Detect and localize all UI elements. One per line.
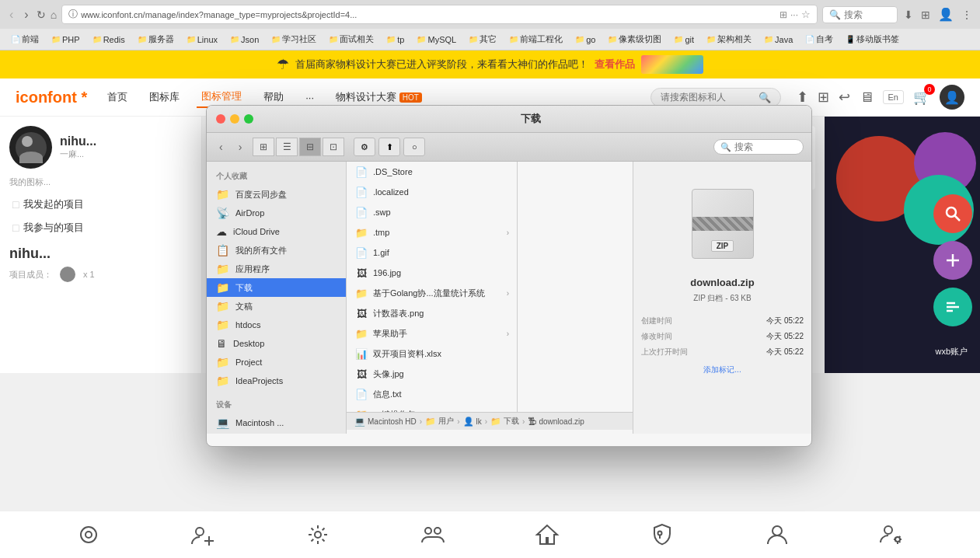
header-search-input[interactable] xyxy=(661,92,754,103)
dock-item-home[interactable] xyxy=(530,518,564,552)
sidebar-item-baidu[interactable]: 📁 百度云同步盘 xyxy=(207,185,346,204)
file-item-swp[interactable]: 📄 .swp xyxy=(347,202,517,222)
file-item-avatar[interactable]: 🖼 头像.jpg xyxy=(347,364,517,384)
download-icon[interactable]: ⬇ xyxy=(902,7,915,23)
sidebar-item-documents[interactable]: 📁 文稿 xyxy=(207,297,346,316)
path-item-downloads[interactable]: 📁 下载 xyxy=(490,416,519,427)
finder-forward-btn[interactable]: › xyxy=(234,139,247,155)
file-item-golang[interactable]: 📁 基于Golang协...流量统计系统 › xyxy=(347,283,517,303)
close-button[interactable] xyxy=(216,114,225,124)
dock-item-settings1[interactable] xyxy=(71,518,106,552)
nav-icon-library[interactable]: 图标库 xyxy=(145,87,184,107)
bookmark-json[interactable]: 📁 Json xyxy=(225,33,263,46)
sidebar-item-project[interactable]: 📁 Project xyxy=(207,353,346,371)
sidebar-item-my-projects[interactable]: □ 我发起的项目 xyxy=(9,193,192,216)
search-input[interactable] xyxy=(844,9,891,20)
path-item-macintosh[interactable]: 💻 Macintosh HD xyxy=(354,417,417,427)
forward-button[interactable]: › xyxy=(21,6,31,23)
bookmark-go[interactable]: 📁 go xyxy=(570,33,600,46)
bookmark-java[interactable]: 📁 Java xyxy=(759,33,797,46)
sidebar-item-apps[interactable]: 📁 应用程序 xyxy=(207,260,346,278)
bookmark-pixel[interactable]: 📁 像素级切图 xyxy=(603,32,666,47)
sort-btn[interactable]: ⚙ xyxy=(354,138,375,156)
dock-item-group[interactable] xyxy=(416,518,450,552)
file-item-localized[interactable]: 📄 .localized xyxy=(347,182,517,202)
profile-btn[interactable]: 👤 xyxy=(936,5,955,23)
home-button[interactable]: ⌂ xyxy=(51,9,57,21)
bookmark-php[interactable]: 📁 PHP xyxy=(47,33,85,46)
file-item-calculator[interactable]: 🖼 计数器表.png xyxy=(347,303,517,323)
browser-search-box[interactable]: 🔍 xyxy=(822,6,898,23)
finder-search-box[interactable]: 🔍 xyxy=(713,139,804,155)
dock-item-security[interactable] xyxy=(645,518,679,552)
file-item-xlsx[interactable]: 📊 双开项目资料.xlsx xyxy=(347,344,517,364)
sidebar-item-macintosh[interactable]: 💻 Macintosh ... xyxy=(207,413,346,432)
file-item-onekey[interactable]: 📁 一键操作包 › xyxy=(347,404,517,412)
dock-item-person[interactable] xyxy=(760,518,794,552)
sidebar-item-desktop[interactable]: 🖥 Desktop xyxy=(207,334,346,353)
sidebar-item-all-files[interactable]: 📋 我的所有文件 xyxy=(207,241,346,260)
bookmark-interview[interactable]: 📁 面试相关 xyxy=(324,32,378,47)
list-view-btn[interactable]: ☰ xyxy=(276,138,298,156)
file-item-tmp[interactable]: 📁 .tmp › xyxy=(347,222,517,242)
dock-item-person-settings[interactable] xyxy=(874,518,909,552)
site-logo[interactable]: iconfont * xyxy=(16,89,87,106)
nav-home[interactable]: 首页 xyxy=(103,87,132,107)
file-item-ds[interactable]: 📄 .DS_Store xyxy=(347,162,517,182)
share-btn[interactable]: ↩ xyxy=(839,89,850,106)
bookmark-server[interactable]: 📁 服务器 xyxy=(133,32,179,47)
back-button[interactable]: ‹ xyxy=(6,6,16,23)
path-item-zip[interactable]: 🗜 download.zip xyxy=(528,417,584,426)
dock-item-user-add[interactable] xyxy=(186,518,220,552)
path-item-lk[interactable]: 👤 lk xyxy=(463,417,482,427)
dock-item-gear[interactable] xyxy=(301,518,335,552)
grid-btn[interactable]: ⊞ xyxy=(818,89,829,106)
finder-search-input[interactable] xyxy=(734,141,797,152)
sidebar-item-airdrop[interactable]: 📡 AirDrop xyxy=(207,204,346,222)
more-options-btn[interactable]: ⋮ xyxy=(960,7,974,23)
sidebar-item-icloud[interactable]: ☁ iCloud Drive xyxy=(207,222,346,241)
upload-btn[interactable]: ⬆ xyxy=(797,89,808,106)
bookmark-other[interactable]: 📁 其它 xyxy=(464,32,501,47)
user-avatar-btn[interactable]: 👤 xyxy=(940,85,964,110)
sidebar-item-joined-projects[interactable]: □ 我参与的项目 xyxy=(9,216,192,239)
sidebar-item-downloads[interactable]: 📁 下载 xyxy=(207,278,346,297)
file-item-info[interactable]: 📄 信息.txt xyxy=(347,384,517,404)
sidebar-item-htdocs[interactable]: 📁 htdocs xyxy=(207,316,346,334)
icon-view-btn[interactable]: ⊞ xyxy=(253,138,274,156)
bookmark-mysql[interactable]: 📁 MySQL xyxy=(412,33,461,46)
bookmark-study[interactable]: 📁 学习社区 xyxy=(267,32,321,47)
file-item-196jpg[interactable]: 🖼 196.jpg xyxy=(347,263,517,283)
rs-icon-search[interactable] xyxy=(933,194,972,233)
rs-icon-add[interactable] xyxy=(933,241,972,280)
monitor-btn[interactable]: 🖥 xyxy=(860,89,874,106)
add-tag-btn[interactable]: 添加标记... xyxy=(703,364,741,375)
bookmark-arch[interactable]: 📁 架构相关 xyxy=(702,32,756,47)
lang-btn[interactable]: En xyxy=(883,90,904,104)
rs-icon-sort[interactable] xyxy=(933,288,972,326)
bookmark-linux[interactable]: 📁 Linux xyxy=(182,33,222,46)
bookmark-git[interactable]: 📁 git xyxy=(669,33,699,46)
url-bar[interactable]: ⓘ www.iconfont.cn/manage/index?manage_ty… xyxy=(61,5,818,24)
bookmark-redis[interactable]: 📁 Redis xyxy=(88,33,130,46)
bookmark-qianduan[interactable]: 📄 前端 xyxy=(6,32,44,47)
sidebar-item-remote-disc[interactable]: 💿 远程光盘 xyxy=(207,432,346,434)
file-item-1gif[interactable]: 📄 1.gif xyxy=(347,242,517,263)
nav-dots[interactable]: ··· xyxy=(301,89,319,106)
column-view-btn[interactable]: ⊟ xyxy=(299,138,321,156)
share-btn[interactable]: ⬆ xyxy=(378,138,400,156)
banner-link[interactable]: 查看作品 xyxy=(595,58,635,71)
bookmark-tp[interactable]: 📁 tp xyxy=(382,33,409,46)
path-item-users[interactable]: 📁 用户 xyxy=(425,416,454,427)
tag-btn[interactable]: ○ xyxy=(403,138,425,156)
extensions-btn[interactable]: ⊞ xyxy=(919,7,932,23)
maximize-button[interactable] xyxy=(244,114,253,124)
file-item-apple-assistant[interactable]: 📁 苹果助手 › xyxy=(347,323,517,344)
bookmark-frontend-eng[interactable]: 📁 前端工程化 xyxy=(504,32,567,47)
finder-back-btn[interactable]: ‹ xyxy=(214,139,228,155)
sidebar-item-idea[interactable]: 📁 IdeaProjects xyxy=(207,371,346,390)
minimize-button[interactable] xyxy=(230,114,239,124)
bookmark-mobile[interactable]: 📱 移动版书签 xyxy=(841,32,904,47)
header-search[interactable]: 🔍 xyxy=(650,88,781,107)
bookmark-self-study[interactable]: 📄 自考 xyxy=(800,32,838,47)
